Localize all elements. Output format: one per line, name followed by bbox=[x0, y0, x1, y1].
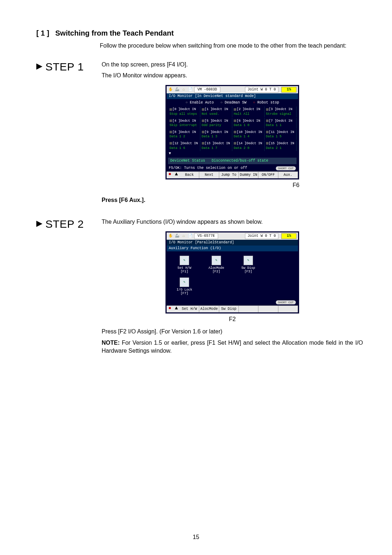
sk-set-hw[interactable]: Set H/W bbox=[180, 306, 199, 312]
hand-icon: ✋ bbox=[168, 234, 173, 239]
screen2-caption: F2 bbox=[165, 315, 299, 323]
section-intro: Follow the procedure below when switchin… bbox=[100, 42, 363, 50]
io-cell[interactable]: [6 ]Dedct INData 1 0 bbox=[232, 118, 265, 129]
window-title-2: Auxiliary Function (I/O) bbox=[167, 246, 298, 251]
aux-app bbox=[266, 278, 294, 296]
io-cell[interactable]: [11 ]Dedct INData 1 5 bbox=[265, 129, 297, 140]
status-bar: ✋ 🦾 ⌂ 📄 VM -6083D Joint W 0 T 0 1% bbox=[167, 86, 298, 93]
speed-badge-2: 1% bbox=[281, 233, 297, 239]
rec-dot-icon: ● bbox=[167, 306, 173, 312]
aux-functions-screenshot: ✋ 🦾 ⌂ 📄 VS-6577E Joint W 0 T 0 1% I/O Mo… bbox=[165, 231, 299, 314]
home-icon: ⌂ bbox=[181, 87, 186, 92]
step-1-line-1: On the top screen, press [F4 I/O]. bbox=[102, 61, 363, 69]
note-body: For Version 1.5 or earlier, press [F1 Se… bbox=[102, 340, 363, 354]
sk-empty-2 bbox=[258, 306, 278, 312]
triangle-icon: ▶ bbox=[36, 61, 42, 72]
radio-deadman-sw[interactable]: Deadman SW bbox=[220, 100, 246, 105]
aux-app bbox=[202, 278, 230, 296]
io-cell[interactable]: [12 ]Dedct INData 1 6 bbox=[168, 141, 200, 151]
io-cell[interactable]: [0 ]Dedct INStop all steps bbox=[168, 106, 200, 117]
rec-dot-icon: ● bbox=[167, 172, 173, 178]
aux-app[interactable]: ✎Sw Disp[F3] bbox=[234, 256, 262, 274]
aux-app[interactable]: ✎Set H/W[F1] bbox=[170, 256, 199, 274]
devicenet-status: DeviceNet Status Disconnected/bus-off st… bbox=[168, 158, 297, 164]
softkeys: ● ▲ Back Next Jump To Dummy IN ON/OFF Au… bbox=[167, 171, 298, 178]
doc-icon: 📄 bbox=[188, 234, 193, 239]
step-1: ▶ STEP 1 On the top screen, press [F4 I/… bbox=[36, 61, 363, 207]
triangle-icon: ▶ bbox=[36, 218, 42, 229]
arm-icon: 🦾 bbox=[175, 234, 180, 239]
home-icon: ⌂ bbox=[181, 234, 186, 239]
shortcut-badge[interactable]: SHORT CUT bbox=[276, 166, 296, 170]
arm-icon: 🦾 bbox=[175, 87, 180, 92]
io-grid: [0 ]Dedct INStop all steps[1 ]Dedct INNo… bbox=[167, 106, 298, 151]
press-f6-aux: Press [F6 Aux.]. bbox=[102, 196, 363, 204]
press-f2-io-assign: Press [F2 I/O Assign]. (For Version 1.6 … bbox=[102, 328, 363, 336]
sk-empty-3 bbox=[278, 306, 298, 312]
step-2-line-1: The Auxiliary Functions (I/O) window app… bbox=[102, 218, 363, 226]
down-arrow-icon[interactable]: ▼ bbox=[167, 151, 298, 157]
screen1-caption: F6 bbox=[165, 181, 299, 189]
section-number: [ 1 ] bbox=[36, 29, 49, 37]
section-heading: [ 1 ] Switching from the Teach Pendant bbox=[36, 29, 363, 37]
sk-alocmode[interactable]: AlocMode bbox=[199, 306, 219, 312]
io-cell[interactable]: [9 ]Dedct INData 1 3 bbox=[200, 129, 233, 140]
status-bar-2: ✋ 🦾 ⌂ 📄 VS-6577E Joint W 0 T 0 1% bbox=[167, 232, 298, 240]
sk-next[interactable]: Next bbox=[199, 172, 219, 178]
step-1-line-2: The I/O Monitor window appears. bbox=[102, 72, 363, 80]
note-prefix: NOTE: bbox=[102, 340, 120, 346]
joint-readout: Joint W 0 T 0 bbox=[245, 87, 278, 93]
radio-robot-stop[interactable]: Robot stop bbox=[253, 100, 279, 105]
aux-app[interactable]: ✎AlocMode[F2] bbox=[202, 256, 230, 274]
sk-on-off[interactable]: ON/OFF bbox=[258, 172, 278, 178]
section-title: Switching from the Teach Pendant bbox=[55, 29, 173, 37]
io-cell[interactable]: [15 ]Dedct INData 2 1 bbox=[265, 141, 297, 151]
io-cell[interactable]: [14 ]Dedct INData 2 0 bbox=[232, 141, 265, 151]
hint-bar-2: SHORT CUT bbox=[167, 299, 298, 305]
aux-app bbox=[266, 256, 294, 274]
hint-text: F5/OK: Turns the selection on or off bbox=[169, 166, 247, 171]
sk-empty-1 bbox=[239, 306, 258, 312]
io-monitor-screenshot: ✋ 🦾 ⌂ 📄 VM -6083D Joint W 0 T 0 1% I/O M… bbox=[165, 85, 299, 180]
step-1-label-text: STEP 1 bbox=[45, 61, 84, 73]
io-cell[interactable]: [10 ]Dedct INData 1 4 bbox=[232, 129, 265, 140]
radio-row: Enable Auto Deadman SW Robot stop bbox=[167, 99, 298, 106]
step-2: ▶ STEP 2 The Auxiliary Functions (I/O) w… bbox=[36, 218, 363, 358]
machine-id-2: VS-6577E bbox=[194, 233, 218, 239]
joint-readout-2: Joint W 0 T 0 bbox=[245, 233, 278, 239]
step-2-label: ▶ STEP 2 bbox=[36, 218, 94, 358]
up-arrow-icon[interactable]: ▲ bbox=[173, 172, 180, 178]
hand-icon: ✋ bbox=[168, 87, 173, 92]
io-cell[interactable]: [2 ]Dedct INHalt All bbox=[232, 106, 265, 117]
radio-enable-auto[interactable]: Enable Auto bbox=[185, 100, 214, 105]
bg-tab: I/O Monitor [ParallelStandard] bbox=[167, 240, 298, 246]
shortcut-badge-2[interactable]: SHORT CUT bbox=[276, 300, 296, 304]
aux-app[interactable]: ✎I/O Lock[F7] bbox=[170, 278, 199, 296]
step-2-label-text: STEP 2 bbox=[45, 218, 84, 230]
sk-back[interactable]: Back bbox=[180, 172, 199, 178]
io-cell[interactable]: [13 ]Dedct INData 1 7 bbox=[200, 141, 233, 151]
devicenet-label: DeviceNet Status bbox=[170, 158, 205, 163]
sk-aux[interactable]: Aux. bbox=[278, 172, 298, 178]
sk-jump-to[interactable]: Jump To bbox=[219, 172, 239, 178]
up-arrow-icon[interactable]: ▲ bbox=[173, 306, 180, 312]
window-title: I/O Monitor [In DeviceNet standard mode] bbox=[167, 93, 298, 99]
softkeys-2: ● ▲ Set H/W AlocMode Sw Disp bbox=[167, 305, 298, 312]
io-cell[interactable]: [7 ]Dedct INData 1 1 bbox=[265, 118, 297, 129]
sk-sw-disp[interactable]: Sw Disp bbox=[219, 306, 239, 312]
io-cell[interactable]: [5 ]Dedct INOdd parity bbox=[200, 118, 233, 129]
aux-app-grid: ✎Set H/W[F1]✎AlocMode[F2]✎Sw Disp[F3]✎I/… bbox=[167, 251, 298, 299]
sk-dummy-in[interactable]: Dummy IN bbox=[239, 172, 258, 178]
speed-badge: 1% bbox=[281, 87, 297, 93]
io-cell[interactable]: [4 ]Dedct INSkip interrupt bbox=[168, 118, 200, 129]
aux-app bbox=[234, 278, 262, 296]
page-number: 15 bbox=[0, 534, 392, 540]
io-cell[interactable]: [3 ]Dedct INStrobe signal bbox=[265, 106, 297, 117]
io-cell[interactable]: [1 ]Dedct INNot used. bbox=[200, 106, 233, 117]
devicenet-value: Disconnected/bus-off state bbox=[212, 158, 268, 163]
hint-bar: F5/OK: Turns the selection on or off SHO… bbox=[167, 165, 298, 171]
step-1-label: ▶ STEP 1 bbox=[36, 61, 94, 207]
io-cell[interactable]: [8 ]Dedct INData 1 2 bbox=[168, 129, 200, 140]
doc-icon: 📄 bbox=[188, 87, 193, 92]
version-note: NOTE: For Version 1.5 or earlier, press … bbox=[102, 339, 363, 355]
